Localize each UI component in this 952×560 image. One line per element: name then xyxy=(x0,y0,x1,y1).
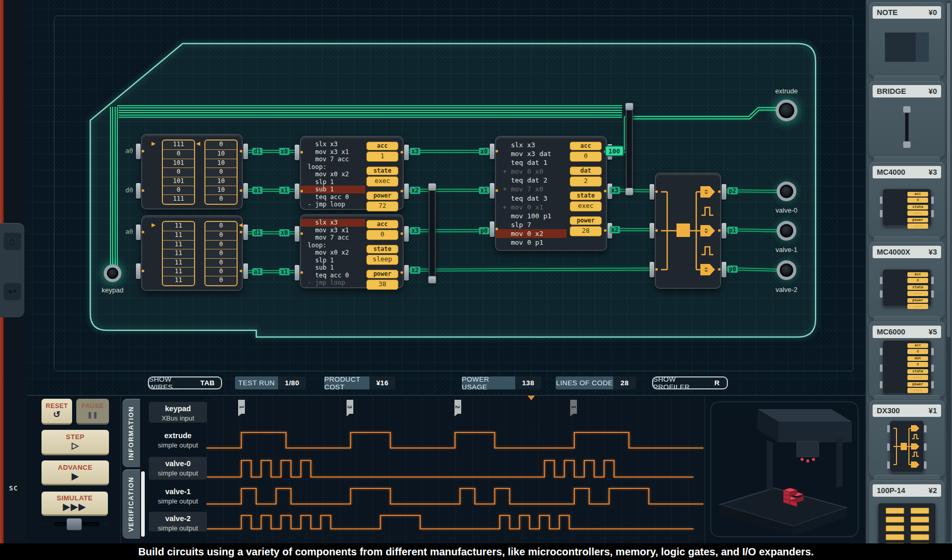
port-label: a0 xyxy=(125,147,133,155)
rom-cell[interactable]: 11 xyxy=(163,249,194,258)
time-cursor[interactable] xyxy=(528,396,535,404)
code-line[interactable]: mov 7 acc xyxy=(307,156,363,163)
rom-cell[interactable]: 101 xyxy=(163,177,194,186)
xbus-marker-flag: 1 xyxy=(238,400,245,414)
code-line[interactable]: - jmp loop xyxy=(307,279,363,287)
microcontroller-chip[interactable]: slx x3 mov x3 x1 mov 7 accloop: mov x0 x… xyxy=(300,136,404,210)
wire-pin-label: p2 xyxy=(727,187,738,194)
reset-button[interactable]: RESET ↺ xyxy=(42,399,72,425)
rom-cell[interactable]: 111 xyxy=(163,141,194,149)
wire-pin-label: p0 xyxy=(727,265,738,273)
rom-cell[interactable]: 111 xyxy=(163,194,194,203)
undo-button[interactable]: ↩ xyxy=(4,283,21,300)
rom-cell[interactable]: 0 xyxy=(205,240,237,249)
part-card-dx300[interactable]: DX300¥1 xyxy=(869,400,945,477)
code-line[interactable]: - jmp loop xyxy=(307,201,363,208)
speed-minus[interactable]: − xyxy=(43,518,48,529)
signal-type: simple output xyxy=(149,469,207,478)
rom-cell[interactable]: 11 xyxy=(163,276,194,285)
rom-column[interactable]: 01010010100 xyxy=(204,139,238,205)
dx300-expander-chip[interactable]: 000 xyxy=(655,173,721,289)
rom-cell[interactable]: 0 xyxy=(205,222,237,231)
rom-cell[interactable]: 10 xyxy=(205,186,237,194)
code-line[interactable]: teq acc 0 xyxy=(307,272,363,279)
tab-verification[interactable]: VERIFICATION xyxy=(122,469,140,539)
code-line[interactable]: + mov 0 x0 xyxy=(502,167,564,176)
code-line[interactable]: slx x3 xyxy=(301,219,365,227)
tab-scrollbar[interactable] xyxy=(141,471,145,537)
rom-chip[interactable]: ▶◀11101010101011101010010100 xyxy=(141,134,243,209)
rom-column[interactable]: 111010101010111 xyxy=(162,139,195,205)
rom-cell[interactable]: 10 xyxy=(205,177,237,186)
rom-cell[interactable]: 10 xyxy=(205,149,237,158)
code-line[interactable]: sub 1 xyxy=(301,186,365,193)
rom-cell[interactable]: 11 xyxy=(163,240,194,249)
code-line[interactable]: sub 1 xyxy=(307,264,363,272)
rom-cell[interactable]: 0 xyxy=(163,167,194,176)
rom-cell[interactable]: 0 xyxy=(163,186,194,194)
code-line[interactable]: mov x3 x1 xyxy=(307,148,363,156)
code-block[interactable]: slx x3 mov x3 x1 mov 7 accloop: mov x0 x… xyxy=(307,219,363,287)
code-line[interactable]: slx x3 xyxy=(502,141,564,149)
rom-cell[interactable]: 0 xyxy=(205,167,237,176)
chip-pin xyxy=(490,183,494,199)
rom-cell[interactable]: 0 xyxy=(205,231,237,240)
bridge-component[interactable] xyxy=(626,104,633,194)
code-block[interactable]: slx x3 mov x3 x1 mov 7 accloop: mov x0 x… xyxy=(307,141,363,208)
rom-cell[interactable]: 0 xyxy=(205,194,237,203)
code-line[interactable]: mov 0 p1 xyxy=(502,238,564,247)
status-show-wires[interactable]: SHOW WIRESTAB xyxy=(148,376,222,389)
code-line[interactable]: teq dat 1 xyxy=(502,158,564,167)
code-line[interactable]: slp 1 xyxy=(307,178,363,186)
signal-name: valve-1 xyxy=(149,487,207,497)
microcontroller-chip[interactable]: slx x3 mov x3 dat teq dat 1+ mov 0 x0 te… xyxy=(495,136,607,251)
code-line[interactable]: mov 0 x2 xyxy=(496,229,567,238)
home-button[interactable]: ⌂ xyxy=(4,232,21,250)
microcontroller-chip[interactable]: slx x3 mov x3 x1 mov 7 accloop: mov x0 x… xyxy=(300,214,404,288)
rom-cell[interactable]: 0 xyxy=(205,249,237,258)
simulate-button[interactable]: SIMULATE ▶▶▶ xyxy=(42,492,108,516)
code-line[interactable]: loop: xyxy=(307,163,363,171)
rom-column[interactable]: 0000000 xyxy=(204,221,238,286)
rom-cell[interactable]: 10 xyxy=(205,159,237,167)
rom-column[interactable]: 11111111111111 xyxy=(162,221,195,286)
code-line[interactable]: mov x0 x2 xyxy=(307,249,363,257)
badge-acc: acc0 xyxy=(570,142,602,162)
code-line[interactable]: slp 1 xyxy=(307,257,363,264)
status-show-profiler[interactable]: SHOW PROFILERR xyxy=(652,376,728,389)
rom-cell[interactable]: 0 xyxy=(205,258,237,267)
rom-cell[interactable]: 0 xyxy=(205,267,237,276)
advance-button[interactable]: ADVANCE ▶ xyxy=(42,460,109,485)
code-line[interactable]: teq acc 0 xyxy=(307,193,363,201)
code-line[interactable]: loop: xyxy=(307,242,363,249)
rom-cell[interactable]: 11 xyxy=(163,267,194,276)
code-line[interactable]: mov 100 p1 xyxy=(502,212,564,220)
speed-plus[interactable]: + xyxy=(103,518,108,529)
code-line[interactable]: slx x3 xyxy=(307,141,363,148)
bridge-component[interactable] xyxy=(429,184,436,283)
code-line[interactable]: mov x3 dat xyxy=(502,149,564,158)
code-block[interactable]: slx x3 mov x3 dat teq dat 1+ mov 0 x0 te… xyxy=(502,141,564,247)
simulate-icon: ▶▶▶ xyxy=(63,502,86,512)
rom-cell[interactable]: 0 xyxy=(205,141,237,149)
code-line[interactable]: slp 7 xyxy=(502,220,564,229)
tab-information[interactable]: INFORMATION xyxy=(122,399,140,467)
code-line[interactable]: mov x3 x1 xyxy=(307,227,363,234)
code-line[interactable]: teq dat 2 xyxy=(502,176,564,185)
rom-cell[interactable]: 0 xyxy=(205,276,237,285)
rom-cell[interactable]: 101 xyxy=(163,159,194,167)
circuit-canvas[interactable]: ▶◀11101010101011101010010100▶◀1111111111… xyxy=(0,0,952,395)
rom-chip[interactable]: ▶◀111111111111110000000 xyxy=(141,215,243,291)
code-line[interactable]: + mov 0 x1 xyxy=(502,203,564,212)
code-line[interactable]: mov x0 x2 xyxy=(307,171,363,178)
rom-cell[interactable]: 11 xyxy=(163,258,194,267)
code-line[interactable]: mov 7 acc xyxy=(307,234,363,242)
rom-cell[interactable]: 11 xyxy=(163,231,194,240)
code-line[interactable]: teq dat 3 xyxy=(502,194,564,203)
step-button[interactable]: STEP ▷ xyxy=(42,430,109,455)
speed-slider-thumb[interactable] xyxy=(66,518,82,530)
pause-button[interactable]: PAUSE ❚❚ xyxy=(76,399,109,425)
code-line[interactable]: + mov 7 x0 xyxy=(502,185,564,193)
rom-cell[interactable]: 0 xyxy=(163,149,194,158)
rom-cell[interactable]: 11 xyxy=(163,222,194,231)
